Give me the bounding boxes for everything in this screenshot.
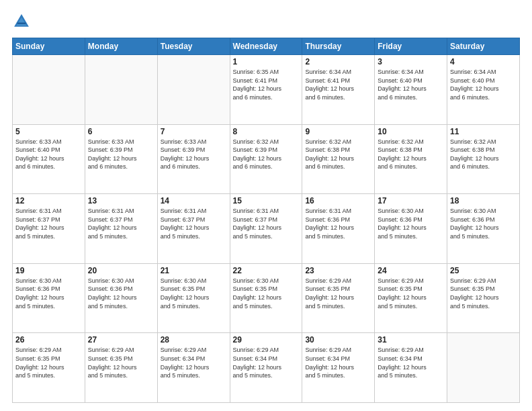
day-info: Sunrise: 6:30 AMSunset: 6:36 PMDaylight:… <box>450 207 517 240</box>
day-number: 5 <box>15 127 82 136</box>
day-number: 24 <box>378 266 444 275</box>
calendar-cell: 12Sunrise: 6:31 AMSunset: 6:37 PMDayligh… <box>13 194 85 264</box>
svg-rect-2 <box>17 23 26 24</box>
calendar-cell: 19Sunrise: 6:30 AMSunset: 6:36 PMDayligh… <box>13 263 85 333</box>
day-number: 10 <box>378 127 444 136</box>
day-info: Sunrise: 6:32 AMSunset: 6:38 PMDaylight:… <box>378 138 444 171</box>
day-info: Sunrise: 6:29 AMSunset: 6:35 PMDaylight:… <box>15 346 82 379</box>
day-header-saturday: Saturday <box>447 38 520 55</box>
calendar-cell: 13Sunrise: 6:31 AMSunset: 6:37 PMDayligh… <box>85 194 157 264</box>
calendar-cell: 11Sunrise: 6:32 AMSunset: 6:38 PMDayligh… <box>447 124 520 194</box>
day-number: 20 <box>88 266 154 275</box>
page: SundayMondayTuesdayWednesdayThursdayFrid… <box>0 0 532 411</box>
calendar-cell: 30Sunrise: 6:29 AMSunset: 6:34 PMDayligh… <box>302 333 375 403</box>
day-header-sunday: Sunday <box>13 38 85 55</box>
day-number: 4 <box>450 57 517 66</box>
day-info: Sunrise: 6:31 AMSunset: 6:37 PMDaylight:… <box>161 207 227 240</box>
day-info: Sunrise: 6:29 AMSunset: 6:34 PMDaylight:… <box>378 346 444 379</box>
calendar-cell: 21Sunrise: 6:30 AMSunset: 6:35 PMDayligh… <box>157 263 230 333</box>
day-number: 28 <box>161 335 227 345</box>
day-info: Sunrise: 6:31 AMSunset: 6:36 PMDaylight:… <box>305 207 371 240</box>
day-number: 27 <box>88 335 154 345</box>
day-info: Sunrise: 6:34 AMSunset: 6:40 PMDaylight:… <box>450 68 517 101</box>
calendar-header-row: SundayMondayTuesdayWednesdayThursdayFrid… <box>13 38 520 55</box>
calendar-cell: 7Sunrise: 6:33 AMSunset: 6:39 PMDaylight… <box>157 124 230 194</box>
calendar-cell: 31Sunrise: 6:29 AMSunset: 6:34 PMDayligh… <box>375 333 447 403</box>
day-number: 21 <box>161 266 227 275</box>
day-info: Sunrise: 6:31 AMSunset: 6:37 PMDaylight:… <box>15 207 82 240</box>
day-info: Sunrise: 6:32 AMSunset: 6:38 PMDaylight:… <box>450 138 517 171</box>
day-header-wednesday: Wednesday <box>230 38 302 55</box>
calendar-cell: 10Sunrise: 6:32 AMSunset: 6:38 PMDayligh… <box>375 124 447 194</box>
day-info: Sunrise: 6:34 AMSunset: 6:41 PMDaylight:… <box>305 68 371 101</box>
calendar-cell: 6Sunrise: 6:33 AMSunset: 6:39 PMDaylight… <box>85 124 157 194</box>
day-number: 3 <box>378 57 444 66</box>
calendar-cell: 24Sunrise: 6:29 AMSunset: 6:35 PMDayligh… <box>375 263 447 333</box>
day-number: 25 <box>450 266 517 275</box>
day-number: 14 <box>161 196 227 205</box>
week-row-1: 1Sunrise: 6:35 AMSunset: 6:41 PMDaylight… <box>13 55 520 125</box>
day-info: Sunrise: 6:29 AMSunset: 6:35 PMDaylight:… <box>378 277 444 310</box>
calendar-cell: 1Sunrise: 6:35 AMSunset: 6:41 PMDaylight… <box>230 55 302 125</box>
day-info: Sunrise: 6:30 AMSunset: 6:35 PMDaylight:… <box>161 277 227 310</box>
day-header-monday: Monday <box>85 38 157 55</box>
day-number: 16 <box>305 196 371 205</box>
week-row-5: 26Sunrise: 6:29 AMSunset: 6:35 PMDayligh… <box>13 333 520 403</box>
day-number: 18 <box>450 196 517 205</box>
calendar-cell: 17Sunrise: 6:30 AMSunset: 6:36 PMDayligh… <box>375 194 447 264</box>
day-number: 8 <box>233 127 300 136</box>
day-number: 7 <box>161 127 227 136</box>
calendar-cell: 23Sunrise: 6:29 AMSunset: 6:35 PMDayligh… <box>302 263 375 333</box>
day-info: Sunrise: 6:29 AMSunset: 6:35 PMDaylight:… <box>88 346 154 379</box>
day-info: Sunrise: 6:29 AMSunset: 6:34 PMDaylight:… <box>233 346 300 379</box>
calendar-cell <box>85 55 157 125</box>
day-number: 26 <box>15 335 82 345</box>
day-info: Sunrise: 6:30 AMSunset: 6:36 PMDaylight:… <box>378 207 444 240</box>
day-number: 11 <box>450 127 517 136</box>
day-number: 29 <box>233 335 300 345</box>
day-info: Sunrise: 6:35 AMSunset: 6:41 PMDaylight:… <box>233 68 300 101</box>
calendar-cell: 18Sunrise: 6:30 AMSunset: 6:36 PMDayligh… <box>447 194 520 264</box>
day-info: Sunrise: 6:34 AMSunset: 6:40 PMDaylight:… <box>378 68 444 101</box>
day-header-tuesday: Tuesday <box>157 38 230 55</box>
day-number: 9 <box>305 127 371 136</box>
day-number: 13 <box>88 196 154 205</box>
day-info: Sunrise: 6:33 AMSunset: 6:39 PMDaylight:… <box>161 138 227 171</box>
day-info: Sunrise: 6:29 AMSunset: 6:35 PMDaylight:… <box>450 277 517 310</box>
calendar-cell: 9Sunrise: 6:32 AMSunset: 6:38 PMDaylight… <box>302 124 375 194</box>
logo <box>12 12 34 31</box>
calendar-cell: 28Sunrise: 6:29 AMSunset: 6:34 PMDayligh… <box>157 333 230 403</box>
week-row-2: 5Sunrise: 6:33 AMSunset: 6:40 PMDaylight… <box>13 124 520 194</box>
calendar-cell: 22Sunrise: 6:30 AMSunset: 6:35 PMDayligh… <box>230 263 302 333</box>
calendar-cell: 2Sunrise: 6:34 AMSunset: 6:41 PMDaylight… <box>302 55 375 125</box>
day-header-friday: Friday <box>375 38 447 55</box>
calendar-cell: 4Sunrise: 6:34 AMSunset: 6:40 PMDaylight… <box>447 55 520 125</box>
day-info: Sunrise: 6:33 AMSunset: 6:40 PMDaylight:… <box>15 138 82 171</box>
calendar-cell <box>157 55 230 125</box>
header <box>12 12 520 31</box>
calendar-cell: 20Sunrise: 6:30 AMSunset: 6:36 PMDayligh… <box>85 263 157 333</box>
calendar-cell: 14Sunrise: 6:31 AMSunset: 6:37 PMDayligh… <box>157 194 230 264</box>
calendar-cell <box>13 55 85 125</box>
logo-icon <box>12 12 31 31</box>
day-number: 30 <box>305 335 371 345</box>
day-info: Sunrise: 6:32 AMSunset: 6:38 PMDaylight:… <box>305 138 371 171</box>
day-info: Sunrise: 6:30 AMSunset: 6:36 PMDaylight:… <box>15 277 82 310</box>
day-info: Sunrise: 6:32 AMSunset: 6:39 PMDaylight:… <box>233 138 300 171</box>
day-number: 22 <box>233 266 300 275</box>
calendar-cell: 16Sunrise: 6:31 AMSunset: 6:36 PMDayligh… <box>302 194 375 264</box>
day-info: Sunrise: 6:30 AMSunset: 6:35 PMDaylight:… <box>233 277 300 310</box>
calendar-cell: 15Sunrise: 6:31 AMSunset: 6:37 PMDayligh… <box>230 194 302 264</box>
calendar-cell: 8Sunrise: 6:32 AMSunset: 6:39 PMDaylight… <box>230 124 302 194</box>
calendar-cell: 25Sunrise: 6:29 AMSunset: 6:35 PMDayligh… <box>447 263 520 333</box>
day-info: Sunrise: 6:29 AMSunset: 6:35 PMDaylight:… <box>305 277 371 310</box>
day-number: 31 <box>378 335 444 345</box>
day-info: Sunrise: 6:29 AMSunset: 6:34 PMDaylight:… <box>161 346 227 379</box>
calendar-cell: 27Sunrise: 6:29 AMSunset: 6:35 PMDayligh… <box>85 333 157 403</box>
day-number: 17 <box>378 196 444 205</box>
calendar-cell: 26Sunrise: 6:29 AMSunset: 6:35 PMDayligh… <box>13 333 85 403</box>
day-header-thursday: Thursday <box>302 38 375 55</box>
week-row-4: 19Sunrise: 6:30 AMSunset: 6:36 PMDayligh… <box>13 263 520 333</box>
calendar-cell: 3Sunrise: 6:34 AMSunset: 6:40 PMDaylight… <box>375 55 447 125</box>
day-number: 23 <box>305 266 371 275</box>
